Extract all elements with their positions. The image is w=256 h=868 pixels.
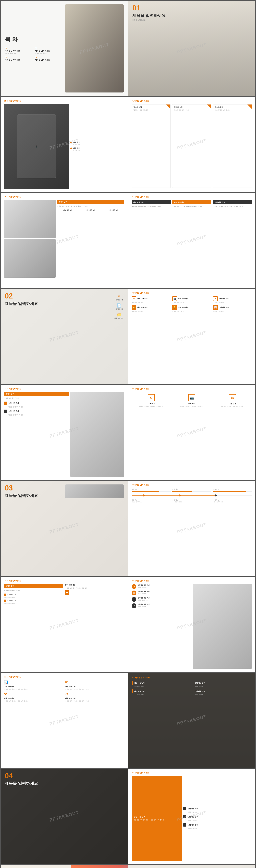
toc-item-2: 02 제목을 입력하세요 제목을 입력하세요 <box>35 47 63 54</box>
s16-right2: 컨텐 내용 입력 내용을 입력하세요 <box>193 689 251 695</box>
s10-item3: ✉ 내용 주가 내용을 입력하세요 내용을 입력하세요 <box>213 392 252 409</box>
icon6: 📊 <box>213 305 218 310</box>
s14-item3: 03 항목나열 내용 작성 내용을 입력하세요 <box>132 597 191 602</box>
toc-item-4: 04 제목을 입력하세요 <box>35 56 63 61</box>
section04-title: 제목을 입력하세요 <box>5 781 124 786</box>
s12-item4: 내용 작성 내용을 입력하세요 <box>132 499 170 503</box>
toc-left: 목 차 01 제목을 입력하세요 제목을 입력하세요 02 제목을 입력하세요 … <box>5 4 63 92</box>
toc-num-2: 02 <box>35 47 63 50</box>
slide-section01-header: 01 제목을 입력하세요 내용을 입력하세요 PPTAKEOUT <box>128 1 255 96</box>
s08-label: 02 제목을 입력하세요 <box>132 292 252 294</box>
section02-num: 02 <box>5 292 38 300</box>
watermark-s12: PPTAKEOUT <box>177 522 207 535</box>
toc-title: 목 차 <box>5 36 63 43</box>
s13-label: 03 제목을 입력하세요 <box>4 580 124 582</box>
s15-label: 03 제목을 입력하세요 <box>4 676 124 678</box>
s16-label: 03 제목을 입력하세요 <box>132 676 251 679</box>
s16-left1: 컨텐 내용 입력 내용을 입력하세요 <box>132 681 191 687</box>
s10-icon1: ⚙ <box>148 394 155 401</box>
s04-card1: 텍스트 입력 텍스트 내용 입력하세요 <box>132 104 170 188</box>
s12-label: 03 제목을 입력하세요 <box>132 484 252 486</box>
s10-icon3: ✉ <box>229 394 236 401</box>
s06-col2: 세부 내용 입력 내용을 입력하여 주세요 내용을 입력하여 주세요 <box>172 200 211 208</box>
slide-19: 04 제목을 입력하세요 부제목 입력 229 건물 내역 157 건물 내용 … <box>1 865 128 868</box>
s16-left2: 컨텐 내용 입력 내용을 입력하세요 <box>132 689 191 695</box>
s06-col1: 세부 내용 입력 내용을 입력하여 주세요 내용을 입력하여 주세요 <box>132 200 170 208</box>
section01-subtitle: 내용을 입력하세요 <box>132 19 251 21</box>
s15-item1: 📊 내용 제목 입력 내용을 입력하세요 내용을 입력하세요 <box>4 680 63 690</box>
slide-12: 03 제목을 입력하세요 내용 작성 내용 작성 내용 작성 내 <box>128 481 255 576</box>
s10-label: 02 제목을 입력하세요 <box>132 388 252 390</box>
s13-right-title: 항목 내용 작성 <box>65 584 75 586</box>
slide-06: 01 제목을 입력하세요 세부 내용 입력 내용을 입력하여 주세요 내용을 입… <box>128 193 255 288</box>
toc-label-1: 제목을 입력하세요 <box>5 50 33 52</box>
s08-item4: 🔔 컨텐 내용 작성 내용을 입력하세요 <box>132 305 170 312</box>
slide-section02-header: 02 제목을 입력하세요 ✉ 서울내용 작성 📄 서울내용 작성 📁 서울 내용… <box>1 289 128 384</box>
slide-14: 03 제목을 입력하세요 01 항목나열 내용 작성 내용을 입력하세요 02 … <box>128 577 255 672</box>
slide-04: 01 제목을 입력하세요 텍스트 입력 텍스트 내용 입력하세요 텍스트 입력 … <box>128 97 255 192</box>
plus-icon[interactable]: + <box>65 590 69 595</box>
s14-item4: 04 항목나열 내용 작성 내용을 입력하세요 <box>132 603 191 608</box>
slide-20: 04 제목을 입력하세요 부제목 입력 텍스트형 내용을 입력하여 주세요 텍스… <box>128 865 255 868</box>
s15-item2: ✉ 내용 제목 입력 내용을 입력하세요 내용을 입력하세요 <box>65 680 124 690</box>
corner-tag-2 <box>207 104 211 109</box>
watermark-s10: PPTAKEOUT <box>177 426 207 439</box>
s05-main-label: 부제목 입력 <box>57 200 124 204</box>
s05-sub1: 세부 내용 입력 <box>57 209 78 211</box>
icon1: ⚙ <box>132 296 136 301</box>
section01-title: 제목을 입력하세요 <box>132 13 251 18</box>
watermark-s8: PPTAKEOUT <box>177 330 207 343</box>
s10-icon2: 📷 <box>188 394 195 401</box>
s04-card3: 텍스트 입력 텍스트 내용 입력하세요 <box>213 104 252 188</box>
s08-item3: ✉ 컨텐 내용 작성 내용을 입력하세요 <box>213 296 252 304</box>
slide-05: 01 제목을 입력하세요 부제목 입력 내용을 입력하여 주세요. 내용을 입력… <box>1 193 128 288</box>
s04-card2: 텍스트 입력 텍스트 내용 입력하세요 <box>172 104 211 188</box>
s09-label: 02 제목을 입력하세요 <box>4 388 124 390</box>
toc-label-4: 제목을 입력하세요 <box>35 59 63 61</box>
icon3: ✉ <box>213 296 218 301</box>
s16-right1: 컨텐 내용 입력 내용을 입력하세요 <box>193 681 251 687</box>
toc-label-2: 제목을 입력하세요 <box>35 50 63 52</box>
corner-tag-1 <box>166 104 170 109</box>
slide-section03-header: 03 제목을 입력하세요 PPTAKEOUT <box>1 481 128 576</box>
s03-body1: 텍스트 입력 <box>73 144 81 146</box>
s12-item2: 내용 작성 <box>172 488 211 492</box>
s15-item4: ⚙ 내용 제목 입력 내용을 입력하세요 내용을 입력하세요 <box>65 692 124 702</box>
s08-item6: 📊 컨텐 내용 작성 내용을 입력하세요 <box>213 305 252 312</box>
toc-items: 01 제목을 입력하세요 제목을 입력하세요 02 제목을 입력하세요 제목을 … <box>5 47 63 61</box>
slide-09: 02 제목을 입력하세요 부제목 입력 내용을 입력하여 주세요 상태 내용 작… <box>1 385 128 480</box>
slide-16: 03 제목을 입력하세요 컨텐 내용 입력 내용을 입력하세요 컨텐 내용 입력… <box>128 673 255 768</box>
slide-18: 04 제목을 입력하세요 상담 내용 입력 내용을 입력하여 주세요. 내용을 … <box>128 769 255 864</box>
slide-10: 02 제목을 입력하세요 ⚙ 내용 주가 내용을 입력하세요 내용을 입력하세요… <box>128 385 255 480</box>
section01-num: 01 <box>132 4 251 11</box>
s08-item5: 💡 컨텐 내용 작성 내용을 입력하세요 <box>172 305 211 312</box>
s18-item3: 상담 내용 입력 <box>183 824 252 827</box>
section04-num: 04 <box>5 772 124 779</box>
s05-sub3: 세부 내용 입력 <box>103 209 124 211</box>
icon2: 📷 <box>172 296 177 301</box>
toc-sub-2: 제목을 입력하세요 <box>35 52 63 54</box>
s14-label: 03 제목을 입력하세요 <box>132 580 252 582</box>
watermark-s6: PPTAKEOUT <box>177 234 207 247</box>
s10-item2: 📷 내용 주가 내용을 입력하세요 내용을 입력하세요 <box>172 392 211 409</box>
s08-item1: ⚙ 컨텐 내용 작성 내용을 입력하세요 <box>132 296 170 304</box>
toc-label-3: 제목을 입력하세요 <box>5 59 33 61</box>
slide-15: 03 제목을 입력하세요 📊 내용 제목 입력 내용을 입력하세요 내용을 입력… <box>1 673 128 768</box>
s06-col3: 세부 내용 입력 내용을 입력하여 주세요 내용을 입력하여 주세요 <box>213 200 252 208</box>
slide-toc: 목 차 01 제목을 입력하세요 제목을 입력하세요 02 제목을 입력하세요 … <box>1 1 128 96</box>
toc-right-image: PPTAKEOUT <box>65 4 124 92</box>
s08-item2: 📷 컨텐 내용 작성 내용을 입력하세요 <box>172 296 211 304</box>
s05-label: 01 제목을 입력하세요 <box>4 195 124 198</box>
section03-num: 03 <box>5 485 63 492</box>
section02-title: 제목을 입력하세요 <box>5 301 38 306</box>
toc-item-1: 01 제목을 입력하세요 제목을 입력하세요 <box>5 47 33 54</box>
s10-item1: ⚙ 내용 주가 내용을 입력하세요 내용을 입력하세요 <box>132 392 170 409</box>
s03-bullet1: 내용 주가 <box>73 141 81 144</box>
icon5: 💡 <box>172 305 177 310</box>
s03-bullet2: 내용 주가 <box>73 147 81 149</box>
s15-item3: ❤ 내용 제목 입력 내용을 입력하세요 내용을 입력하세요 <box>4 692 63 702</box>
s06-label: 01 제목을 입력하세요 <box>132 195 252 198</box>
s03-body2: 텍스트 입력 <box>73 149 81 151</box>
s12-item3: 내용 작성 <box>213 488 252 492</box>
slide-13: 03 제목을 입력하세요 부제목 입력 부제목을 입력하여 주세요 서울 내용 … <box>1 577 128 672</box>
